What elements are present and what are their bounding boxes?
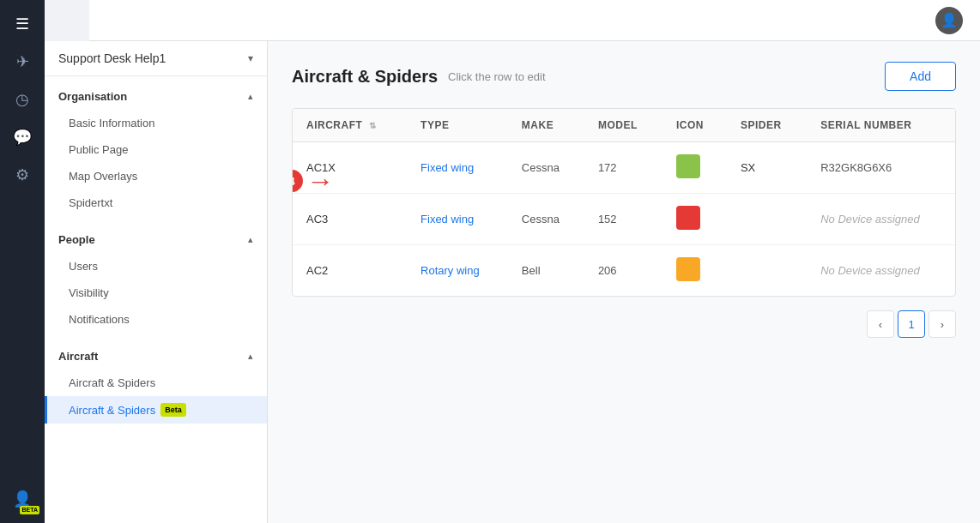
sidebar: Support Desk Help1 ▾ Organisation ▴ Basi…	[45, 41, 268, 523]
organisation-section: Organisation ▴ Basic Information Public …	[45, 76, 267, 219]
cell-aircraft: AC3	[293, 194, 407, 245]
sidebar-item-visibility[interactable]: Visibility	[45, 280, 267, 306]
th-model: MODEL	[584, 109, 662, 142]
table-row[interactable]: AC3 Fixed wing Cessna 152 No Device assi…	[293, 194, 955, 245]
icon-color-swatch	[676, 257, 700, 281]
main-content: Aircraft & Spiders Click the row to edit…	[268, 41, 980, 523]
people-section-header[interactable]: People ▴	[45, 230, 267, 253]
page-header-left: Aircraft & Spiders Click the row to edit	[292, 67, 546, 87]
th-make: MAKE	[508, 109, 584, 142]
user-avatar[interactable]: 👤	[935, 7, 963, 34]
cell-type: Rotary wing	[407, 245, 508, 297]
below-topbar: Support Desk Help1 ▾ Organisation ▴ Basi…	[45, 41, 980, 523]
cell-serial: No Device assigned	[807, 194, 955, 245]
cell-icon	[662, 245, 727, 297]
annotation-arrow-icon: →	[306, 167, 334, 195]
sidebar-item-public-page[interactable]: Public Page	[45, 136, 267, 163]
sidebar-item-basic-information[interactable]: Basic Information	[45, 110, 267, 136]
cell-model: 172	[584, 142, 662, 194]
aircraft-spiders-2-label: Aircraft & Spiders	[69, 404, 155, 417]
menu-nav-item[interactable]: ☰	[3, 7, 41, 41]
cell-type: Fixed wing	[407, 194, 508, 245]
aircraft-table-container: 4 → AIRCRAFT ⇅ TYPE MAKE	[292, 108, 956, 297]
map-overlays-label: Map Overlays	[69, 170, 137, 183]
th-serial: SERIAL NUMBER	[807, 109, 955, 142]
content-area: 👤 Support Desk Help1 ▾ Organisation ▴	[45, 0, 980, 523]
people-arrow-icon: ▴	[248, 234, 253, 245]
sidebar-item-aircraft-spiders-2[interactable]: Aircraft & Spiders Beta	[45, 396, 267, 424]
table-row[interactable]: AC1X Fixed wing Cessna 172 SX R32GK8G6X6	[293, 142, 955, 194]
th-icon: ICON	[662, 109, 727, 142]
settings-nav-item[interactable]: ⚙	[3, 158, 41, 192]
org-dropdown-label: Support Desk Help1	[58, 51, 166, 65]
plane-nav-item[interactable]: ✈	[3, 45, 41, 79]
sidebar-item-aircraft-spiders-1[interactable]: Aircraft & Spiders	[45, 370, 267, 396]
th-aircraft: AIRCRAFT ⇅	[293, 109, 407, 142]
cell-spider	[727, 245, 807, 297]
organisation-arrow-icon: ▴	[248, 91, 253, 102]
sidebar-item-notifications[interactable]: Notifications	[45, 306, 267, 333]
cell-model: 206	[584, 245, 662, 297]
cell-aircraft: AC2	[293, 245, 407, 297]
organisation-title: Organisation	[58, 90, 127, 103]
aircraft-arrow-icon: ▴	[248, 351, 253, 362]
table-header: AIRCRAFT ⇅ TYPE MAKE MODEL ICON SPIDER S…	[293, 109, 955, 142]
spidertxt-label: Spidertxt	[69, 196, 112, 209]
table-body: AC1X Fixed wing Cessna 172 SX R32GK8G6X6	[293, 142, 955, 297]
cell-icon	[662, 194, 727, 245]
th-spider: SPIDER	[727, 109, 807, 142]
table-row[interactable]: AC2 Rotary wing Bell 206 No Device assig…	[293, 245, 955, 297]
page-header: Aircraft & Spiders Click the row to edit…	[292, 62, 956, 91]
cell-make: Cessna	[508, 142, 584, 194]
beta-badge: Beta	[160, 403, 186, 417]
current-page-button[interactable]: 1	[898, 310, 925, 338]
cell-icon	[662, 142, 727, 194]
organisation-section-header[interactable]: Organisation ▴	[45, 87, 267, 110]
history-nav-item[interactable]: ◷	[3, 82, 41, 117]
sort-aircraft-icon[interactable]: ⇅	[369, 121, 377, 130]
next-page-button[interactable]: ›	[929, 310, 956, 338]
page-subtitle: Click the row to edit	[448, 70, 545, 83]
chat-nav-item[interactable]: 💬	[3, 120, 41, 154]
cell-serial: No Device assigned	[807, 245, 955, 297]
visibility-label: Visibility	[69, 286, 109, 299]
cell-make: Cessna	[508, 194, 584, 245]
aircraft-section: Aircraft ▴ Aircraft & Spiders Aircraft &…	[45, 336, 267, 427]
dropdown-arrow-icon: ▾	[248, 52, 253, 64]
app-wrapper: ☰ ✈ ◷ 💬 ⚙ 👤 BETA 👤 Support Desk Help1 ▾	[0, 0, 980, 523]
sidebar-item-users[interactable]: Users	[45, 253, 267, 280]
beta-nav-item[interactable]: 👤 BETA	[3, 482, 41, 516]
aircraft-spiders-1-label: Aircraft & Spiders	[69, 376, 155, 389]
public-page-label: Public Page	[69, 143, 128, 156]
icon-color-swatch	[676, 206, 700, 230]
aircraft-section-header[interactable]: Aircraft ▴	[45, 346, 267, 370]
org-dropdown[interactable]: Support Desk Help1 ▾	[45, 41, 267, 76]
annotation-overlay: 4 →	[292, 167, 334, 195]
people-section: People ▴ Users Visibility Notifications	[45, 219, 267, 336]
top-bar: 👤	[89, 0, 980, 41]
beta-tag: BETA	[20, 506, 39, 514]
notifications-label: Notifications	[69, 313, 130, 326]
add-button[interactable]: Add	[885, 62, 956, 91]
people-title: People	[58, 233, 95, 246]
avatar-icon: 👤	[941, 12, 958, 28]
icon-nav: ☰ ✈ ◷ 💬 ⚙ 👤 BETA	[0, 0, 45, 523]
th-type: TYPE	[407, 109, 508, 142]
cell-type: Fixed wing	[407, 142, 508, 194]
sidebar-item-spidertxt[interactable]: Spidertxt	[45, 189, 267, 216]
sidebar-item-map-overlays[interactable]: Map Overlays	[45, 163, 267, 189]
cell-make: Bell	[508, 245, 584, 297]
cell-spider: SX	[727, 142, 807, 194]
users-label: Users	[69, 260, 98, 273]
pagination: ‹ 1 ›	[292, 310, 956, 338]
aircraft-title: Aircraft	[58, 350, 98, 363]
annotation-badge: 4	[292, 170, 303, 192]
cell-model: 152	[584, 194, 662, 245]
basic-information-label: Basic Information	[69, 117, 154, 129]
table-header-row: AIRCRAFT ⇅ TYPE MAKE MODEL ICON SPIDER S…	[293, 109, 955, 142]
cell-serial: R32GK8G6X6	[807, 142, 955, 194]
prev-page-button[interactable]: ‹	[867, 310, 894, 338]
aircraft-table: AIRCRAFT ⇅ TYPE MAKE MODEL ICON SPIDER S…	[293, 109, 955, 296]
icon-color-swatch	[676, 154, 700, 178]
cell-spider	[727, 194, 807, 245]
